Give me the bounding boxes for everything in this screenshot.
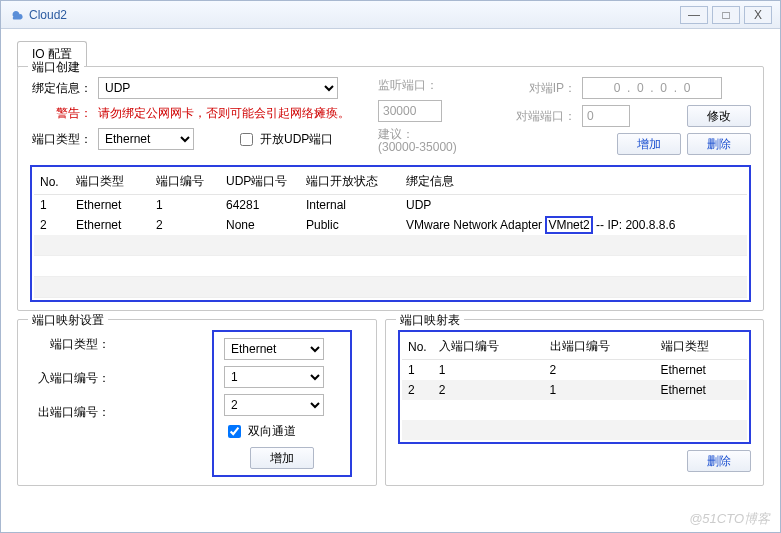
bidir-input[interactable] [228,425,241,438]
in-port-label: 入端口编号： [30,370,110,387]
group-map-settings: 端口映射设置 端口类型： 入端口编号： 出端口编号： Ethernet 1 2 … [17,319,377,486]
warning-text: 请勿绑定公网网卡，否则可能会引起网络瘫痪。 [98,105,350,122]
out-port-select[interactable]: 2 [224,394,324,416]
port-type-select[interactable]: Ethernet [98,128,194,150]
warning-label: 警告： [30,105,92,122]
legend-map-table: 端口映射表 [396,312,464,329]
peer-port-label: 对端端口： [516,108,576,125]
map-type-select[interactable]: Ethernet [224,338,324,360]
vmnet2-highlight: VMnet2 [545,216,592,234]
out-port-label: 出端口编号： [30,404,110,421]
map-table[interactable]: No. 入端口编号 出端口编号 端口类型 112Ethernet 221Ethe… [402,334,747,440]
legend-map-settings: 端口映射设置 [28,312,108,329]
legend-port-create: 端口创建 [28,59,84,76]
bind-info-select[interactable]: UDP [98,77,338,99]
bidir-checkbox[interactable]: 双向通道 [224,422,296,441]
listen-port-label: 监听端口： [378,77,438,94]
close-button[interactable]: X [744,6,772,24]
open-udp-checkbox[interactable]: 开放UDP端口 [236,130,333,149]
window-title: Cloud2 [29,8,67,22]
table-row[interactable]: 112Ethernet [402,360,747,381]
suggest-range: (30000-35000) [378,141,457,154]
bind-info-label: 绑定信息： [30,80,92,97]
open-udp-input[interactable] [240,133,253,146]
table-row[interactable]: 1 Ethernet 1 64281 Internal UDP [34,195,747,216]
table-row[interactable]: 2 Ethernet 2 None Public VMware Network … [34,215,747,235]
port-table-highlight: No. 端口类型 端口编号 UDP端口号 端口开放状态 绑定信息 1 Ether… [30,165,751,302]
peer-ip-input[interactable] [582,77,722,99]
map-table-highlight: No. 入端口编号 出端口编号 端口类型 112Ethernet 221Ethe… [398,330,751,444]
group-map-table: 端口映射表 No. 入端口编号 出端口编号 端口类型 112Ethernet [385,319,764,486]
maximize-button[interactable]: □ [712,6,740,24]
minimize-button[interactable]: — [680,6,708,24]
add-port-button[interactable]: 增加 [617,133,681,155]
port-table[interactable]: No. 端口类型 端口编号 UDP端口号 端口开放状态 绑定信息 1 Ether… [34,169,747,298]
title-bar: Cloud2 — □ X [1,1,780,29]
in-port-select[interactable]: 1 [224,366,324,388]
delete-port-button[interactable]: 删除 [687,133,751,155]
modify-button[interactable]: 修改 [687,105,751,127]
peer-port-input[interactable] [582,105,630,127]
map-type-label: 端口类型： [30,336,110,353]
port-type-label: 端口类型： [30,131,92,148]
peer-ip-label: 对端IP： [516,80,576,97]
app-icon [9,8,23,22]
table-row[interactable]: 221Ethernet [402,380,747,400]
map-controls-highlight: Ethernet 1 2 双向通道 增加 [212,330,352,477]
delete-map-button[interactable]: 删除 [687,450,751,472]
group-port-create: 端口创建 绑定信息： UDP 警告： 请勿绑定公网网卡，否则可能会引起网络瘫痪。… [17,66,764,311]
watermark: @51CTO博客 [689,510,770,528]
add-map-button[interactable]: 增加 [250,447,314,469]
listen-port-input[interactable] [378,100,442,122]
